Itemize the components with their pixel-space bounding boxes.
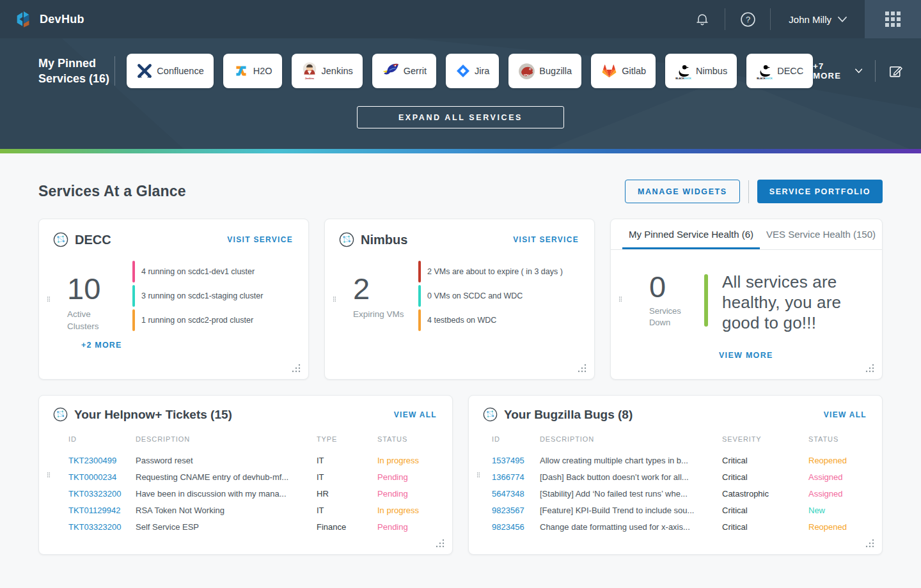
ticket-id-link[interactable]: TKT0000234 xyxy=(68,472,136,482)
metric-text: 0 VMs on SCDC and WDC xyxy=(427,291,523,300)
bug-description: [Stability] Add ‘No failed test runs’ wh… xyxy=(540,489,722,499)
service-portfolio-button[interactable]: SERVICE PORTFOLIO xyxy=(757,180,883,203)
bug-id-link[interactable]: 9823456 xyxy=(492,522,540,532)
app-launcher-button[interactable] xyxy=(865,0,921,38)
service-chip-label: Bugzilla xyxy=(539,66,572,76)
bug-id-link[interactable]: 5647348 xyxy=(492,489,540,499)
service-chip-label: Nimbus xyxy=(696,66,727,76)
gerrit-icon xyxy=(382,63,400,79)
table-row: TKT01129942 RSA Token Not Working IT In … xyxy=(68,502,439,518)
pinned-services-section: My Pinned Services (16) Confluence H2O xyxy=(0,38,921,149)
tab-ves-service-health[interactable]: VES Service Health (150) xyxy=(760,219,882,249)
bug-id-link[interactable]: 1537495 xyxy=(492,456,540,465)
drag-handle-icon[interactable] xyxy=(474,468,483,482)
more-items-link[interactable]: +2 MORE xyxy=(81,341,122,350)
table-header: ID DESCRIPTION TYPE STATUS xyxy=(68,432,439,446)
metric-item: 2 VMs are about to expire ( in 3 days ) xyxy=(418,259,563,284)
service-chip-label: Gitlab xyxy=(622,66,646,76)
service-chip-label: Jira xyxy=(475,66,489,76)
service-chip-bugzilla[interactable]: Bugzilla xyxy=(508,54,581,88)
resize-handle-icon[interactable] xyxy=(865,363,874,373)
edit-pinned-services-button[interactable] xyxy=(888,63,903,79)
manage-widgets-button[interactable]: MANAGE WIDGETS xyxy=(625,180,740,203)
service-chip-confluence[interactable]: Confluence xyxy=(127,54,213,88)
metric-item: 3 running on scdc1-staging cluster xyxy=(132,284,263,308)
col-status: STATUS xyxy=(377,435,439,443)
view-more-link[interactable]: VIEW MORE xyxy=(719,351,773,360)
view-all-link[interactable]: VIEW ALL xyxy=(394,410,437,419)
ticket-description: Requesting CNAME entry of devhub-mf... xyxy=(136,472,317,482)
drag-handle-icon[interactable] xyxy=(330,292,339,306)
ticket-id-link[interactable]: TKT03323200 xyxy=(68,489,136,499)
jira-icon xyxy=(455,63,471,79)
bug-severity: Critical xyxy=(722,522,808,532)
service-chip-label: Confluence xyxy=(157,66,203,76)
resize-handle-icon[interactable] xyxy=(577,363,586,373)
divider xyxy=(875,60,876,82)
ticket-id-link[interactable]: TKT03323200 xyxy=(68,522,136,532)
notifications-button[interactable] xyxy=(680,0,725,38)
ticket-status: Pending xyxy=(377,522,439,532)
bug-severity: Critical xyxy=(722,456,808,465)
bell-icon xyxy=(695,12,710,27)
drag-handle-icon[interactable] xyxy=(44,468,53,482)
decc-widget-card: DECC VISIT SERVICE 10 Active Clusters 4 … xyxy=(38,219,309,380)
service-chip-gitlab[interactable]: Gitlab xyxy=(591,54,656,88)
bug-id-link[interactable]: 1366774 xyxy=(492,472,540,482)
health-status-bar xyxy=(704,274,708,327)
gradient-divider xyxy=(0,149,921,153)
resize-handle-icon[interactable] xyxy=(865,538,874,548)
ticket-id-link[interactable]: TKT01129942 xyxy=(68,506,136,515)
service-chip-jenkins[interactable]: Jenkins Jenkins xyxy=(292,54,363,88)
metric-unit: Expiring VMs xyxy=(353,309,404,321)
metric-bar xyxy=(418,309,421,331)
metric-items: 4 running on scdc1-dev1 cluster 3 runnin… xyxy=(132,259,263,333)
blackduck-icon: BLACKDUCK xyxy=(756,63,773,80)
resize-handle-icon[interactable] xyxy=(435,538,445,548)
drag-handle-icon[interactable] xyxy=(616,292,625,306)
col-description: DESCRIPTION xyxy=(136,435,317,443)
card-title: Your Helpnow+ Tickets (15) xyxy=(74,408,232,422)
service-chip-jira[interactable]: Jira xyxy=(446,54,499,88)
pinned-services-chips: Confluence H2O Jenkins Jenkins xyxy=(127,54,813,88)
visit-service-link[interactable]: VISIT SERVICE xyxy=(227,235,293,244)
health-tabs: My Pinned Service Health (6) VES Service… xyxy=(611,219,882,250)
view-all-link[interactable]: VIEW ALL xyxy=(824,410,867,419)
brand: DevHub xyxy=(0,10,84,29)
more-services-dropdown[interactable]: +7 MORE xyxy=(813,61,862,81)
resize-handle-icon[interactable] xyxy=(291,363,301,373)
user-menu[interactable]: John Milly xyxy=(771,0,865,38)
ticket-description: Self Service ESP xyxy=(136,522,317,532)
bug-description: Allow creating multiple chart types in b… xyxy=(540,456,722,465)
tab-my-pinned-service-health[interactable]: My Pinned Service Health (6) xyxy=(622,219,760,249)
card-title: Your Bugzilla Bugs (8) xyxy=(504,408,633,422)
metric-item: 1 running on scdc2-prod cluster xyxy=(132,308,263,332)
drag-handle-icon[interactable] xyxy=(44,292,53,306)
col-id: ID xyxy=(492,435,540,443)
visit-service-link[interactable]: VISIT SERVICE xyxy=(513,235,579,244)
pinned-services-title: My Pinned Services (16) xyxy=(38,56,111,87)
col-type: TYPE xyxy=(317,435,377,443)
bug-severity: Catastrophic xyxy=(722,489,808,499)
col-severity: SEVERITY xyxy=(722,435,808,443)
blackduck-icon: BLACKDUCK xyxy=(675,63,692,80)
metric-item: 0 VMs on SCDC and WDC xyxy=(418,284,563,308)
help-button[interactable]: ? xyxy=(725,0,770,38)
glance-header: Services At a Glance MANAGE WIDGETS SERV… xyxy=(38,180,883,203)
bug-id-link[interactable]: 9823567 xyxy=(492,506,540,515)
services-down-value: 0 xyxy=(649,272,688,302)
service-chip-decc[interactable]: BLACKDUCK DECC xyxy=(746,54,813,88)
bug-description: [Feature] KPI-Build Trend to include sou… xyxy=(540,506,722,515)
service-chip-gerrit[interactable]: Gerrit xyxy=(372,54,436,88)
ticket-status: Pending xyxy=(377,489,439,499)
service-chip-nimbus[interactable]: BLACKDUCK Nimbus xyxy=(665,54,737,88)
globe-icon xyxy=(53,407,68,422)
ticket-id-link[interactable]: TKT2300499 xyxy=(68,456,136,465)
bug-status: Reopened xyxy=(808,456,869,465)
service-chip-h2o[interactable]: H2O xyxy=(223,54,282,88)
devhub-logo-icon xyxy=(14,10,33,29)
ticket-description: Have been in discussion with my mana... xyxy=(136,489,317,499)
ticket-type: HR xyxy=(317,489,377,499)
expand-all-services-button[interactable]: EXPAND ALL SERVICES xyxy=(357,106,564,128)
page-title: Services At a Glance xyxy=(38,183,186,200)
